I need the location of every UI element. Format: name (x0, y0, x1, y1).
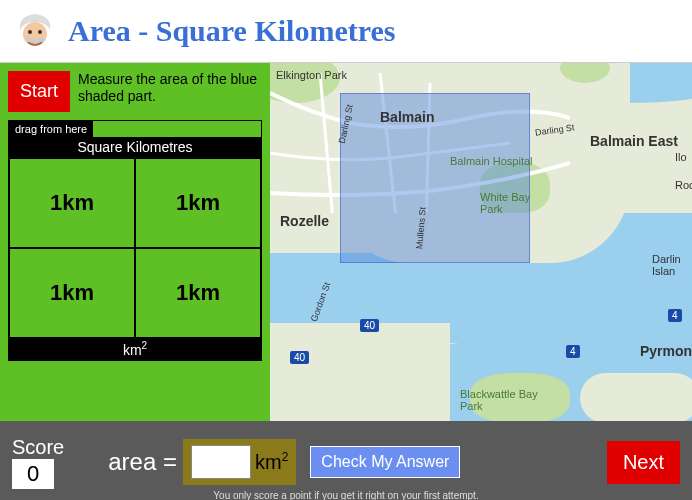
tile-footer: km2 (9, 338, 261, 360)
map-label-blackwattle: Blackwattle Bay Park (460, 388, 540, 412)
route-badge: 40 (290, 351, 309, 364)
check-answer-button[interactable]: Check My Answer (310, 446, 460, 478)
hint-text: You only score a point if you get it rig… (0, 490, 692, 500)
tile-box: drag from here Square Kilometres 1km 1km… (8, 120, 262, 361)
area-unit: km2 (255, 450, 288, 474)
route-badge: 40 (360, 319, 379, 332)
header: Area - Square Kilometres (0, 0, 692, 63)
map-label-hospital: Balmain Hospital (450, 155, 533, 167)
area-input-wrap: km2 (183, 439, 296, 485)
map-background (270, 63, 692, 421)
instruction-row: Start Measure the area of the blue shade… (8, 71, 262, 112)
map-label-rozelle: Rozelle (280, 213, 329, 229)
map-label-whitebay: White Bay Park (480, 191, 540, 215)
route-badge: 4 (566, 345, 580, 358)
area-label: area = (108, 448, 177, 476)
tile-cell[interactable]: 1km (135, 158, 261, 248)
tile-cell[interactable]: 1km (9, 248, 135, 338)
area-block: area = km2 (108, 439, 296, 485)
map-label-balmain-east: Balmain East (590, 133, 678, 149)
start-button[interactable]: Start (8, 71, 70, 112)
drag-label: drag from here (9, 121, 93, 137)
tile-cell[interactable]: 1km (135, 248, 261, 338)
area-input[interactable] (191, 445, 251, 479)
score-label: Score (12, 436, 64, 459)
map-panel[interactable]: Elkington Park Balmain Balmain East Balm… (270, 63, 692, 421)
map-label-ilo: Ilo (675, 151, 687, 163)
svg-point-2 (38, 30, 42, 34)
map-label-roc: Roc (675, 179, 692, 191)
next-button[interactable]: Next (607, 441, 680, 484)
blue-shaded-area (340, 93, 530, 263)
map-label-pyrmont: Pyrmont (640, 343, 692, 359)
tile-grid: 1km 1km 1km 1km (9, 158, 261, 338)
left-panel: Start Measure the area of the blue shade… (0, 63, 270, 421)
einstein-icon (12, 8, 58, 54)
route-badge: 4 (668, 309, 682, 322)
footer: Score 0 area = km2 Check My Answer Next … (0, 421, 692, 500)
tile-cell[interactable]: 1km (9, 158, 135, 248)
main-area: Start Measure the area of the blue shade… (0, 63, 692, 421)
instruction-text: Measure the area of the blue shaded part… (78, 71, 262, 105)
score-block: Score 0 (12, 436, 64, 489)
score-value: 0 (12, 459, 54, 489)
map-label-elkington: Elkington Park (276, 69, 347, 81)
map-label-darlingisl: Darlin Islan (652, 253, 692, 277)
tile-header: Square Kilometres (9, 137, 261, 158)
svg-point-1 (28, 30, 32, 34)
map-label-balmain: Balmain (380, 109, 434, 125)
page-title: Area - Square Kilometres (68, 14, 395, 48)
